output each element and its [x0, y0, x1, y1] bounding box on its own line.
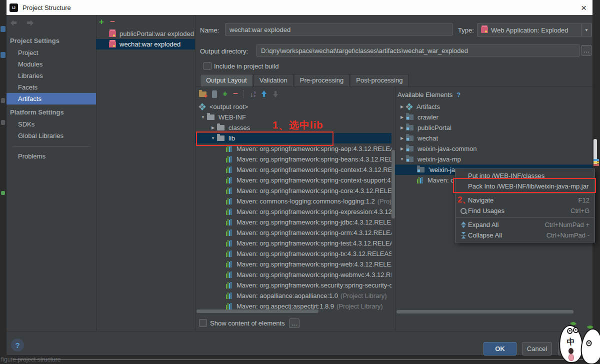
tree-row-maven[interactable]: Maven: org.springframework:spring-web:4.…	[195, 259, 392, 270]
available-label: weixin-java-common	[418, 145, 476, 152]
sidebar-item-modules[interactable]: Modules	[6, 58, 96, 70]
search-icon	[460, 208, 466, 214]
ok-button[interactable]: OK	[484, 342, 516, 356]
tab-validation[interactable]: Validation	[254, 74, 294, 86]
tree-row-maven[interactable]: Maven: org.springframework:spring-webmvc…	[195, 270, 392, 280]
expanded-icon[interactable]: ▼	[199, 115, 207, 120]
type-value: Web Application: Exploded	[491, 26, 568, 34]
sidebar-divider	[12, 146, 90, 146]
back-arrow-icon[interactable]	[10, 20, 18, 26]
collapsed-icon[interactable]: ▶	[398, 136, 406, 140]
menu-item-label: Find Usages	[468, 207, 504, 214]
create-archive-icon[interactable]	[212, 90, 217, 98]
tree-row-maven[interactable]: Maven: org.springframework:spring-orm:4.…	[195, 228, 392, 238]
ime-mode-char: 中	[560, 336, 582, 348]
remove-icon[interactable]: −	[233, 89, 238, 99]
available-row-artifacts[interactable]: ▶ Artifacts	[395, 102, 592, 112]
available-horizontal-scrollbar[interactable]	[396, 310, 574, 314]
show-content-checkbox[interactable]	[199, 319, 207, 327]
available-label: weixin-java-mp	[418, 156, 461, 163]
tree-row-maven[interactable]: Maven: org.springframework:spring-aop:4.…	[195, 144, 392, 154]
tree-row-maven[interactable]: Maven: aopalliance:aopalliance:1.0(Proje…	[195, 290, 392, 301]
sidebar-item-artifacts[interactable]: Artifacts	[6, 93, 96, 104]
tree-vertical-scrollbar[interactable]	[392, 150, 395, 218]
type-combobox[interactable]: Web Application: Exploded ▼	[477, 24, 592, 36]
tree-row-maven[interactable]: Maven: org.springframework.security:spri…	[195, 280, 392, 290]
new-folder-icon[interactable]	[199, 92, 206, 97]
menu-item-collapse-all[interactable]: Collapse All Ctrl+NumPad -	[456, 230, 594, 240]
menu-separator	[456, 218, 594, 218]
maven-label: Maven: org.springframework:spring-webmvc…	[236, 271, 392, 278]
tree-row-maven[interactable]: Maven: org.springframework:spring-core:4…	[195, 186, 392, 196]
tree-row-web-inf[interactable]: ▼ WEB-INF	[195, 112, 392, 122]
tab-pre-processing[interactable]: Pre-processing	[294, 74, 350, 86]
move-down-icon	[272, 90, 278, 98]
intellij-logo-icon: IJ	[10, 4, 18, 12]
help-button[interactable]: ?	[11, 338, 24, 352]
menu-item-label: Put into /WEB-INF/classes	[468, 172, 544, 180]
artifact-row-publicportal[interactable]: publicPortal:war exploded	[96, 28, 195, 39]
dialog-titlebar: IJ Project Structure ×	[6, 0, 592, 15]
maven-label: Maven: org.springframework:spring-orm:4.…	[236, 229, 392, 236]
menu-item-find-usages[interactable]: Find Usages Ctrl+G	[456, 206, 594, 216]
output-directory-input[interactable]: D:\qny\workspace\wechat\target\classes\a…	[256, 44, 580, 56]
tree-row-maven[interactable]: Maven: org.springframework:spring-tx:4.3…	[195, 248, 392, 259]
sidebar-item-libraries[interactable]: Libraries	[6, 70, 96, 82]
remove-artifact-icon[interactable]: −	[110, 17, 115, 27]
tab-post-processing[interactable]: Post-processing	[350, 74, 408, 86]
tree-row-maven[interactable]: Maven: org.springframework:spring-beans:…	[195, 154, 392, 164]
sidebar-item-global-libraries[interactable]: Global Libraries	[6, 130, 96, 142]
move-up-icon[interactable]	[261, 90, 267, 98]
close-icon[interactable]: ×	[581, 3, 586, 12]
available-label: 'weixin-ja	[428, 166, 455, 174]
help-icon[interactable]: ?	[456, 91, 460, 98]
tree-row-maven[interactable]: Maven: org.springframework:spring-contex…	[195, 175, 392, 186]
show-content-options-button[interactable]: …	[289, 318, 300, 328]
tab-output-layout[interactable]: Output Layout	[200, 74, 253, 86]
layout-tabs: Output Layout Validation Pre-processing …	[195, 74, 592, 86]
expanded-icon[interactable]: ▼	[209, 136, 217, 140]
available-row-crawler[interactable]: ▶ crawler	[395, 112, 592, 122]
maven-suffix: (Project Library)	[340, 292, 386, 300]
expanded-icon[interactable]: ▼	[398, 157, 406, 162]
sidebar-item-problems[interactable]: Problems	[6, 150, 96, 162]
menu-item-put-into-classes[interactable]: Put into /WEB-INF/classes	[456, 170, 594, 181]
maven-library-icon	[226, 230, 232, 236]
menu-item-expand-all[interactable]: Expand All Ctrl+NumPad +	[456, 220, 594, 230]
sidebar-item-sdks[interactable]: SDKs	[6, 118, 96, 130]
browse-output-button[interactable]: …	[582, 45, 592, 56]
collapsed-icon[interactable]: ▶	[209, 126, 217, 130]
available-row-publicportal[interactable]: ▶ publicPortal	[395, 122, 592, 133]
tree-row-lib[interactable]: ▼ lib	[195, 133, 392, 144]
menu-item-pack-into-jar[interactable]: Pack Into /WEB-INF/lib/weixin-java-mp.ja…	[456, 181, 594, 192]
tree-row-maven[interactable]: Maven: org.springframework:spring-test:4…	[195, 238, 392, 248]
sidebar-item-facets[interactable]: Facets	[6, 82, 96, 93]
available-row-weixin-java-mp[interactable]: ▼ weixin-java-mp	[395, 154, 592, 164]
sidebar-item-project[interactable]: Project	[6, 47, 96, 58]
available-row-weixin-java-common[interactable]: ▶ weixin-java-common	[395, 144, 592, 154]
tree-row-classes[interactable]: ▶ classes	[195, 122, 392, 133]
tree-row-maven[interactable]: Maven: commons-logging:commons-logging:1…	[195, 196, 392, 206]
available-row-wechat[interactable]: ▶ wechat	[395, 133, 592, 144]
name-input[interactable]: wechat:war exploded	[225, 24, 452, 36]
forward-arrow-icon[interactable]	[26, 20, 34, 26]
maven-label: Maven: org.aspectj:aspectjrt:1.8.9	[236, 302, 334, 310]
tree-row-maven[interactable]: Maven: org.springframework:spring-expres…	[195, 206, 392, 217]
add-artifact-icon[interactable]: +	[99, 17, 104, 27]
tree-row-output-root[interactable]: <output root>	[195, 102, 392, 112]
collapsed-icon[interactable]: ▶	[398, 115, 406, 120]
tree-row-maven[interactable]: Maven: org.springframework:spring-contex…	[195, 164, 392, 175]
tree-horizontal-scrollbar[interactable]	[196, 310, 318, 313]
sort-alphabetically-icon[interactable]: ↓ az	[250, 90, 256, 98]
chevron-down-icon[interactable]: ▼	[581, 24, 592, 36]
cancel-button[interactable]: Cancel	[522, 342, 552, 356]
collapsed-icon[interactable]: ▶	[398, 126, 406, 130]
add-icon[interactable]: +	[222, 89, 228, 99]
collapsed-icon[interactable]: ▶	[398, 146, 406, 151]
tree-row-maven[interactable]: Maven: org.springframework:spring-jdbc:4…	[195, 217, 392, 228]
artifact-row-wechat[interactable]: wechat:war exploded	[96, 39, 195, 50]
include-in-build-checkbox[interactable]	[204, 62, 212, 70]
menu-item-navigate[interactable]: Navigate F12	[456, 195, 594, 206]
available-elements-header: Available Elements ?	[398, 91, 460, 98]
available-label: wechat	[418, 134, 438, 142]
